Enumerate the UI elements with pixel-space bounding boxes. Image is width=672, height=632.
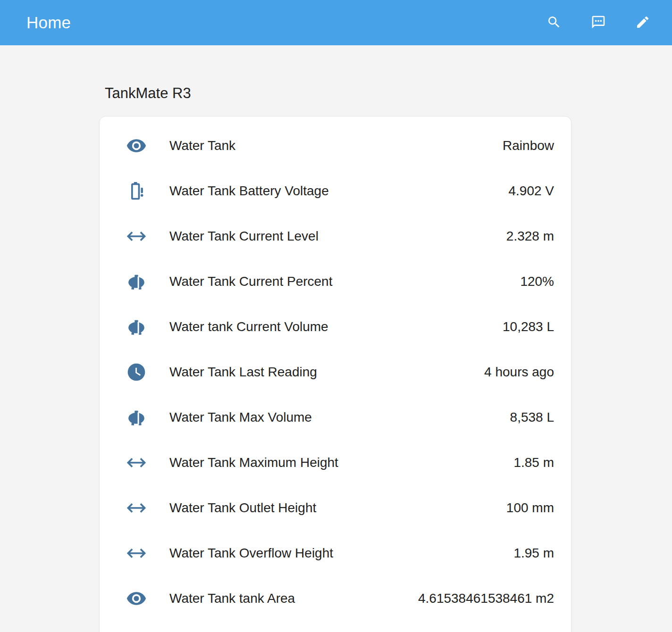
- clock-icon: [126, 362, 147, 383]
- entity-label: Water Tank Battery Voltage: [169, 183, 329, 199]
- card-title: TankMate R3: [105, 85, 672, 102]
- entity-value: 2.328 m: [506, 229, 554, 244]
- search-button[interactable]: [546, 15, 562, 30]
- entity-label: Water Tank Overflow Height: [169, 546, 333, 561]
- battery-alert-icon: [126, 181, 147, 201]
- search-icon: [546, 15, 562, 31]
- entity-row-max-volume[interactable]: Water Tank Max Volume 8,538 L: [100, 395, 571, 440]
- entity-value: 4.61538461538461 m2: [418, 591, 554, 606]
- entity-value: 4.902 V: [508, 183, 554, 199]
- entity-row-overflow-height[interactable]: Water Tank Overflow Height 1.95 m: [100, 531, 571, 576]
- entity-row-current-volume[interactable]: Water tank Current Volume 10,283 L: [100, 304, 571, 349]
- tank-icon: [126, 407, 147, 428]
- entity-value: 120%: [520, 274, 554, 289]
- app-bar: Home: [0, 0, 672, 45]
- arrow-left-right-icon: [126, 498, 147, 518]
- entity-row-outlet-height[interactable]: Water Tank Outlet Height 100 mm: [100, 485, 571, 531]
- entity-value: 10,283 L: [503, 319, 554, 334]
- entity-row-current-level[interactable]: Water Tank Current Level 2.328 m: [100, 214, 571, 259]
- eye-icon: [126, 588, 147, 609]
- entity-label: Water Tank Last Reading: [169, 365, 317, 380]
- entity-label: Water Tank Current Percent: [169, 274, 332, 289]
- entity-label: Water Tank Max Volume: [169, 410, 312, 425]
- entity-label: Water Tank Maximum Height: [169, 455, 338, 470]
- entity-row-tank-area[interactable]: Water Tank tank Area 4.61538461538461 m2: [100, 576, 571, 621]
- arrow-left-right-icon: [126, 226, 147, 247]
- entity-row-water-tank[interactable]: Water Tank Rainbow: [100, 123, 571, 168]
- entity-label: Water Tank tank Area: [169, 591, 295, 606]
- edit-button[interactable]: [635, 15, 650, 30]
- entity-row-last-reading[interactable]: Water Tank Last Reading 4 hours ago: [100, 349, 571, 395]
- entity-value: 1.85 m: [513, 455, 554, 470]
- entity-label: Water Tank Outlet Height: [169, 500, 316, 516]
- entity-value: 8,538 L: [510, 410, 554, 425]
- entity-label: Water tank Current Volume: [169, 319, 328, 334]
- pencil-icon: [635, 15, 650, 31]
- entity-value: 4 hours ago: [484, 365, 554, 380]
- tank-icon: [126, 316, 147, 337]
- arrow-left-right-icon: [126, 452, 147, 473]
- entities-card: Water Tank Rainbow Water Tank Battery Vo…: [99, 116, 571, 632]
- arrow-left-right-icon: [126, 543, 147, 564]
- app-bar-actions: [546, 15, 650, 30]
- tank-icon: [126, 271, 147, 292]
- entity-value: 1.95 m: [513, 546, 554, 561]
- page-content: TankMate R3 Water Tank Rainbow Water Tan…: [0, 45, 672, 632]
- chat-button[interactable]: [591, 15, 606, 30]
- entity-label: Water Tank: [169, 138, 235, 153]
- eye-icon: [126, 135, 147, 156]
- entity-value: 100 mm: [506, 500, 554, 516]
- entity-row-current-percent[interactable]: Water Tank Current Percent 120%: [100, 259, 571, 304]
- entity-label: Water Tank Current Level: [169, 229, 319, 244]
- chat-icon: [591, 15, 606, 31]
- entity-row-battery-voltage[interactable]: Water Tank Battery Voltage 4.902 V: [100, 168, 571, 214]
- app-bar-title: Home: [26, 13, 71, 32]
- entity-value: Rainbow: [503, 138, 554, 153]
- entity-row-maximum-height[interactable]: Water Tank Maximum Height 1.85 m: [100, 440, 571, 485]
